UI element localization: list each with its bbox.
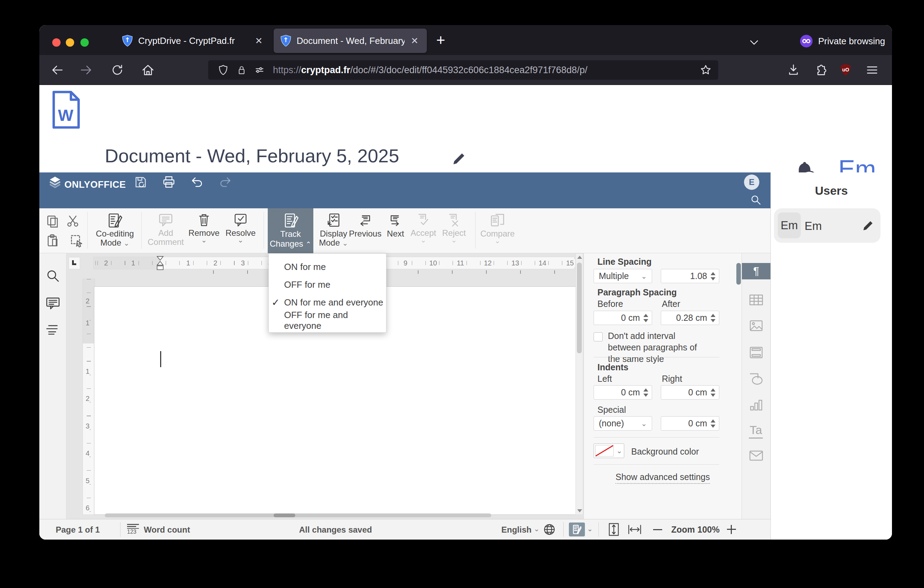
- chevron-down-icon[interactable]: ⌄: [587, 526, 593, 531]
- indent-left-spinner[interactable]: 0 cm: [594, 385, 652, 400]
- shape-settings-tab[interactable]: [749, 373, 763, 385]
- user-card[interactable]: Em Em: [774, 208, 881, 243]
- scroll-up-arrow-icon[interactable]: [577, 256, 582, 259]
- compare-button[interactable]: Compare ⌄: [479, 208, 516, 253]
- spinner-arrows-icon[interactable]: [644, 314, 648, 322]
- remove-comment-button[interactable]: Remove ⌄: [184, 208, 224, 253]
- edit-title-pencil-icon[interactable]: [452, 152, 466, 166]
- spacing-before-spinner[interactable]: 0 cm: [594, 311, 652, 325]
- copy-icon[interactable]: [46, 215, 59, 228]
- tab-close-icon[interactable]: ✕: [255, 36, 262, 46]
- document-vertical-scrollbar[interactable]: [576, 253, 583, 515]
- coediting-mode-button[interactable]: Co-editing Mode ⌄: [92, 208, 137, 253]
- special-indent-select[interactable]: (none)⌄: [594, 416, 652, 431]
- extensions-icon[interactable]: [813, 63, 828, 77]
- scrollbar-thumb[interactable]: [105, 514, 491, 517]
- previous-change-button[interactable]: Previous: [348, 208, 382, 253]
- line-spacing-factor-spinner[interactable]: 1.08: [661, 269, 719, 283]
- minimize-window-button[interactable]: [66, 38, 74, 47]
- track-changes-button[interactable]: Track Changes ⌃: [268, 208, 314, 253]
- new-tab-button[interactable]: +: [436, 31, 445, 49]
- spinner-arrows-icon[interactable]: [711, 420, 716, 428]
- navigation-panel-icon[interactable]: [46, 323, 60, 336]
- tab-overflow-chevron-icon[interactable]: [748, 36, 761, 49]
- special-amount-spinner[interactable]: 0 cm: [661, 416, 719, 431]
- zoom-out-button[interactable]: [653, 529, 662, 530]
- tab-document-active[interactable]: Document - Wed, February 5, 2 ✕: [274, 28, 427, 53]
- document-horizontal-scrollbar[interactable]: [66, 512, 576, 519]
- paragraph-settings-tab[interactable]: ¶: [742, 263, 771, 279]
- redo-icon[interactable]: [218, 175, 232, 189]
- header-footer-settings-tab[interactable]: [749, 347, 763, 358]
- image-settings-tab[interactable]: [749, 320, 763, 331]
- search-icon[interactable]: [750, 194, 762, 206]
- comments-panel-icon[interactable]: [46, 296, 60, 310]
- chart-settings-tab[interactable]: [750, 399, 762, 411]
- tab-stop-selector[interactable]: [69, 257, 80, 269]
- print-icon[interactable]: [162, 175, 176, 189]
- tracking-shield-icon[interactable]: [217, 64, 229, 76]
- indent-right-spinner[interactable]: 0 cm: [661, 385, 719, 400]
- menu-item-off-for-everyone[interactable]: OFF for me and everyone: [269, 311, 386, 329]
- spinner-arrows-icon[interactable]: [644, 388, 648, 397]
- resolve-comment-button[interactable]: Resolve ⌄: [221, 208, 260, 253]
- spinner-arrows-icon[interactable]: [711, 388, 716, 397]
- scrollbar-thumb[interactable]: [577, 263, 582, 353]
- maximize-window-button[interactable]: [81, 38, 89, 47]
- menu-item-on-for-everyone[interactable]: ✓ON for me and everyone: [269, 294, 386, 311]
- menu-item-off-for-me[interactable]: OFF for me: [269, 276, 386, 294]
- back-icon[interactable]: [51, 63, 64, 77]
- zoom-level[interactable]: Zoom 100%: [671, 525, 719, 535]
- find-icon[interactable]: [46, 269, 60, 283]
- spacing-after-spinner[interactable]: 0.28 cm: [661, 311, 719, 325]
- menu-item-on-for-me[interactable]: ON for me: [269, 258, 386, 276]
- save-icon[interactable]: [134, 175, 148, 189]
- url-bar[interactable]: https://cryptpad.fr/doc/#/3/doc/edit/ff0…: [208, 60, 718, 80]
- close-window-button[interactable]: [52, 38, 61, 47]
- line-spacing-select[interactable]: Multiple⌄: [594, 269, 652, 283]
- tab-cryptdrive[interactable]: CryptDrive - CryptPad.fr ✕: [122, 28, 262, 53]
- permissions-icon[interactable]: [254, 64, 265, 76]
- zoom-in-button[interactable]: [727, 525, 736, 534]
- cut-icon[interactable]: [66, 215, 79, 228]
- track-changes-status-toggle[interactable]: [569, 522, 585, 537]
- spinner-arrows-icon[interactable]: [711, 272, 716, 281]
- ublock-icon[interactable]: uO: [839, 63, 853, 77]
- paste-icon[interactable]: [46, 234, 59, 247]
- presence-avatar[interactable]: E: [744, 175, 759, 190]
- accept-change-button[interactable]: Accept ⌄: [408, 208, 439, 253]
- scroll-down-arrow-icon[interactable]: [577, 509, 582, 512]
- document-title[interactable]: Document - Wed, February 5, 2025: [105, 145, 399, 167]
- menu-hamburger-icon[interactable]: [865, 63, 879, 77]
- vertical-ruler[interactable]: 2 1 1 2 3 4 5 6: [82, 279, 95, 515]
- forward-icon[interactable]: [79, 63, 93, 77]
- interval-checkbox[interactable]: [594, 332, 603, 341]
- lock-icon[interactable]: [236, 64, 247, 76]
- downloads-icon[interactable]: [787, 63, 800, 77]
- select-all-icon[interactable]: [70, 234, 83, 247]
- fit-page-icon[interactable]: [608, 523, 620, 536]
- page-indicator[interactable]: Page 1 of 1: [56, 525, 100, 535]
- spellcheck-globe-icon[interactable]: [543, 523, 556, 536]
- add-comment-button[interactable]: Add Comment: [144, 208, 188, 253]
- show-advanced-settings-link[interactable]: Show advanced settings: [615, 472, 710, 484]
- reload-icon[interactable]: [111, 63, 124, 77]
- spinner-arrows-icon[interactable]: [711, 314, 716, 322]
- indent-marker[interactable]: [156, 256, 165, 273]
- edit-user-pencil-icon[interactable]: [862, 220, 874, 232]
- reject-change-button[interactable]: Reject ⌄: [439, 208, 469, 253]
- next-change-button[interactable]: Next: [381, 208, 409, 253]
- display-mode-button[interactable]: Display Mode ⌄: [314, 208, 353, 253]
- panel-scrollbar-thumb[interactable]: [736, 263, 741, 284]
- home-icon[interactable]: [141, 63, 155, 77]
- text-art-settings-tab[interactable]: Ta: [749, 423, 763, 439]
- fit-width-icon[interactable]: [628, 524, 642, 535]
- language-selector[interactable]: English: [502, 525, 531, 535]
- bookmark-star-icon[interactable]: [700, 64, 712, 76]
- undo-icon[interactable]: [190, 175, 204, 189]
- scrollbar-thumb-dark[interactable]: [274, 514, 295, 517]
- tab-close-icon[interactable]: ✕: [411, 36, 419, 46]
- chevron-down-icon[interactable]: ⌄: [534, 526, 540, 531]
- table-settings-tab[interactable]: [749, 294, 763, 306]
- background-color-picker[interactable]: ⌄: [594, 443, 624, 458]
